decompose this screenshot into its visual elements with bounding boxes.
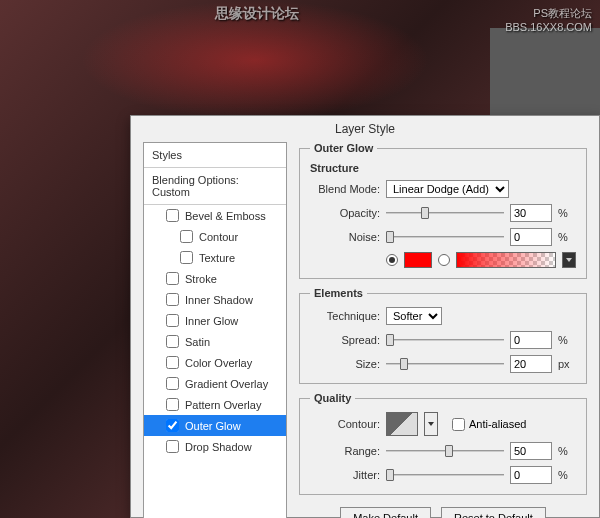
style-item-label: Texture bbox=[199, 252, 235, 264]
solid-color-radio[interactable] bbox=[386, 254, 398, 266]
style-item-gradient-overlay[interactable]: Gradient Overlay bbox=[144, 373, 286, 394]
antialiased-label: Anti-aliased bbox=[469, 418, 526, 430]
jitter-input[interactable] bbox=[510, 466, 552, 484]
style-item-texture[interactable]: Texture bbox=[144, 247, 286, 268]
jitter-label: Jitter: bbox=[310, 469, 380, 481]
size-row: Size: px bbox=[310, 355, 576, 373]
antialiased-checkbox[interactable] bbox=[452, 418, 465, 431]
style-checkbox[interactable] bbox=[166, 356, 179, 369]
gradient-dropdown-icon[interactable] bbox=[562, 252, 576, 268]
style-item-label: Pattern Overlay bbox=[185, 399, 261, 411]
outer-glow-fieldset: Outer Glow Structure Blend Mode: Linear … bbox=[299, 142, 587, 279]
size-slider[interactable] bbox=[386, 357, 504, 371]
style-item-pattern-overlay[interactable]: Pattern Overlay bbox=[144, 394, 286, 415]
quality-fieldset: Quality Contour: Anti-aliased Range: % bbox=[299, 392, 587, 495]
opacity-slider[interactable] bbox=[386, 206, 504, 220]
style-item-label: Inner Glow bbox=[185, 315, 238, 327]
blending-options-item[interactable]: Blending Options: Custom bbox=[144, 168, 286, 205]
style-checkbox[interactable] bbox=[166, 377, 179, 390]
style-item-satin[interactable]: Satin bbox=[144, 331, 286, 352]
glow-color-swatch[interactable] bbox=[404, 252, 432, 268]
style-item-label: Bevel & Emboss bbox=[185, 210, 266, 222]
style-item-outer-glow[interactable]: Outer Glow bbox=[144, 415, 286, 436]
noise-slider[interactable] bbox=[386, 230, 504, 244]
outer-glow-legend: Outer Glow bbox=[310, 142, 377, 154]
contour-row: Contour: Anti-aliased bbox=[310, 412, 576, 436]
spread-input[interactable] bbox=[510, 331, 552, 349]
spread-slider[interactable] bbox=[386, 333, 504, 347]
style-checkbox[interactable] bbox=[166, 314, 179, 327]
style-item-label: Color Overlay bbox=[185, 357, 252, 369]
dialog-body: Styles Blending Options: Custom Bevel & … bbox=[131, 142, 599, 518]
jitter-unit: % bbox=[558, 469, 576, 481]
opacity-input[interactable] bbox=[510, 204, 552, 222]
style-item-color-overlay[interactable]: Color Overlay bbox=[144, 352, 286, 373]
glow-gradient-preview[interactable] bbox=[456, 252, 556, 268]
range-input[interactable] bbox=[510, 442, 552, 460]
blend-mode-row: Blend Mode: Linear Dodge (Add) bbox=[310, 180, 576, 198]
gradient-radio[interactable] bbox=[438, 254, 450, 266]
style-checkbox[interactable] bbox=[180, 251, 193, 264]
size-label: Size: bbox=[310, 358, 380, 370]
styles-list-panel: Styles Blending Options: Custom Bevel & … bbox=[143, 142, 287, 518]
range-unit: % bbox=[558, 445, 576, 457]
style-item-label: Outer Glow bbox=[185, 420, 241, 432]
style-checkbox[interactable] bbox=[166, 272, 179, 285]
style-item-label: Drop Shadow bbox=[185, 441, 252, 453]
style-checkbox[interactable] bbox=[166, 335, 179, 348]
style-checkbox[interactable] bbox=[166, 398, 179, 411]
style-item-contour[interactable]: Contour bbox=[144, 226, 286, 247]
opacity-label: Opacity: bbox=[310, 207, 380, 219]
watermark-text-1: 思缘设计论坛 bbox=[215, 5, 299, 23]
style-item-inner-glow[interactable]: Inner Glow bbox=[144, 310, 286, 331]
styles-header[interactable]: Styles bbox=[144, 143, 286, 168]
style-item-stroke[interactable]: Stroke bbox=[144, 268, 286, 289]
watermark-line1: PS教程论坛 bbox=[505, 6, 592, 20]
size-input[interactable] bbox=[510, 355, 552, 373]
style-checkbox[interactable] bbox=[166, 293, 179, 306]
jitter-row: Jitter: % bbox=[310, 466, 576, 484]
structure-title: Structure bbox=[310, 162, 576, 174]
style-item-label: Satin bbox=[185, 336, 210, 348]
spread-label: Spread: bbox=[310, 334, 380, 346]
elements-legend: Elements bbox=[310, 287, 367, 299]
jitter-slider[interactable] bbox=[386, 468, 504, 482]
style-item-inner-shadow[interactable]: Inner Shadow bbox=[144, 289, 286, 310]
dialog-title: Layer Style bbox=[131, 116, 599, 142]
size-unit: px bbox=[558, 358, 576, 370]
watermark-text-2: PS教程论坛 BBS.16XX8.COM bbox=[505, 6, 592, 35]
style-item-bevel-emboss[interactable]: Bevel & Emboss bbox=[144, 205, 286, 226]
contour-label: Contour: bbox=[310, 418, 380, 430]
settings-panel: Outer Glow Structure Blend Mode: Linear … bbox=[299, 142, 587, 518]
noise-input[interactable] bbox=[510, 228, 552, 246]
watermark-line2: BBS.16XX8.COM bbox=[505, 20, 592, 34]
make-default-button[interactable]: Make Default bbox=[340, 507, 431, 518]
style-item-label: Gradient Overlay bbox=[185, 378, 268, 390]
antialiased-group: Anti-aliased bbox=[452, 418, 526, 431]
range-row: Range: % bbox=[310, 442, 576, 460]
opacity-row: Opacity: % bbox=[310, 204, 576, 222]
technique-label: Technique: bbox=[310, 310, 380, 322]
contour-dropdown-icon[interactable] bbox=[424, 412, 438, 436]
technique-select[interactable]: Softer bbox=[386, 307, 442, 325]
elements-fieldset: Elements Technique: Softer Spread: % Siz… bbox=[299, 287, 587, 384]
blend-mode-select[interactable]: Linear Dodge (Add) bbox=[386, 180, 509, 198]
noise-unit: % bbox=[558, 231, 576, 243]
reset-default-button[interactable]: Reset to Default bbox=[441, 507, 546, 518]
range-label: Range: bbox=[310, 445, 380, 457]
noise-row: Noise: % bbox=[310, 228, 576, 246]
spread-unit: % bbox=[558, 334, 576, 346]
style-checkbox[interactable] bbox=[166, 419, 179, 432]
style-item-drop-shadow[interactable]: Drop Shadow bbox=[144, 436, 286, 457]
glow-source-row bbox=[386, 252, 576, 268]
defaults-button-row: Make Default Reset to Default bbox=[299, 507, 587, 518]
quality-legend: Quality bbox=[310, 392, 355, 404]
style-checkbox[interactable] bbox=[166, 209, 179, 222]
spread-row: Spread: % bbox=[310, 331, 576, 349]
style-item-label: Contour bbox=[199, 231, 238, 243]
range-slider[interactable] bbox=[386, 444, 504, 458]
style-checkbox[interactable] bbox=[180, 230, 193, 243]
contour-preview[interactable] bbox=[386, 412, 418, 436]
style-checkbox[interactable] bbox=[166, 440, 179, 453]
opacity-unit: % bbox=[558, 207, 576, 219]
